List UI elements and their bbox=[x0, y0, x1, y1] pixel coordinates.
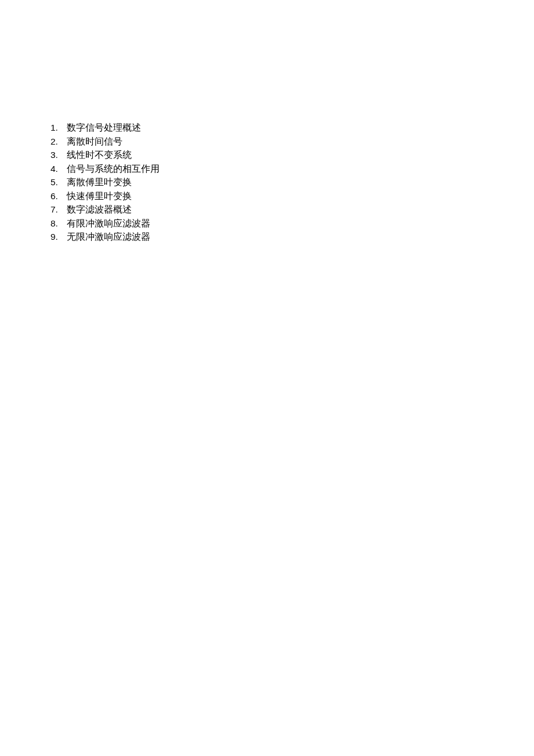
list-text: 快速傅里叶变换 bbox=[67, 189, 534, 203]
list-number: 3. bbox=[49, 148, 67, 162]
list-number: 1. bbox=[49, 121, 67, 135]
list-item: 4. 信号与系统的相互作用 bbox=[49, 162, 534, 176]
list-text: 数字滤波器概述 bbox=[67, 203, 534, 217]
list-item: 1. 数字信号处理概述 bbox=[49, 121, 534, 135]
list-number: 4. bbox=[49, 162, 67, 176]
list-item: 2. 离散时间信号 bbox=[49, 135, 534, 149]
list-text: 数字信号处理概述 bbox=[67, 121, 534, 135]
list-number: 9. bbox=[49, 230, 67, 244]
list-text: 信号与系统的相互作用 bbox=[67, 162, 534, 176]
list-item: 7. 数字滤波器概述 bbox=[49, 203, 534, 217]
list-item: 5. 离散傅里叶变换 bbox=[49, 175, 534, 189]
list-item: 9. 无限冲激响应滤波器 bbox=[49, 230, 534, 244]
list-text: 线性时不变系统 bbox=[67, 148, 534, 162]
list-text: 离散时间信号 bbox=[67, 135, 534, 149]
numbered-list: 1. 数字信号处理概述 2. 离散时间信号 3. 线性时不变系统 4. 信号与系… bbox=[49, 121, 534, 244]
list-number: 5. bbox=[49, 175, 67, 189]
list-item: 3. 线性时不变系统 bbox=[49, 148, 534, 162]
list-item: 8. 有限冲激响应滤波器 bbox=[49, 217, 534, 231]
list-text: 离散傅里叶变换 bbox=[67, 175, 534, 189]
list-item: 6. 快速傅里叶变换 bbox=[49, 189, 534, 203]
list-number: 2. bbox=[49, 135, 67, 149]
list-number: 7. bbox=[49, 203, 67, 217]
list-text: 无限冲激响应滤波器 bbox=[67, 230, 534, 244]
list-number: 8. bbox=[49, 217, 67, 231]
list-number: 6. bbox=[49, 189, 67, 203]
list-text: 有限冲激响应滤波器 bbox=[67, 217, 534, 231]
